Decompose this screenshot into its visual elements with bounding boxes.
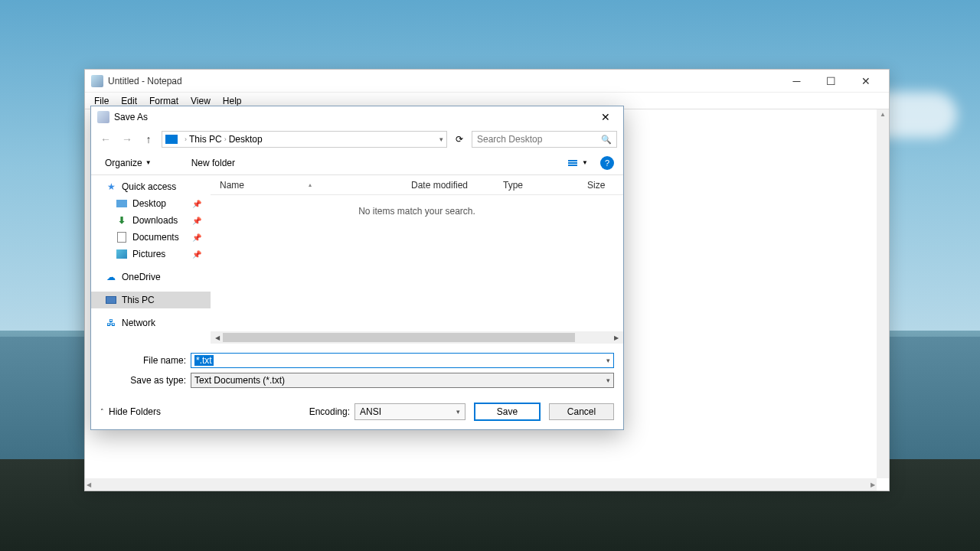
organize-label: Organize	[105, 158, 142, 168]
minimize-button[interactable]: ─	[779, 70, 814, 92]
scroll-right-icon: ▶	[611, 334, 622, 341]
notepad-titlebar[interactable]: Untitled - Notepad ─ ☐ ✕	[85, 70, 889, 93]
chevron-down-icon[interactable]: ▾	[606, 357, 610, 364]
encoding-select[interactable]: ANSI ▾	[354, 403, 466, 420]
tree-this-pc[interactable]: This PC	[91, 292, 211, 308]
save-button[interactable]: Save	[475, 403, 540, 420]
hide-folders-label: Hide Folders	[109, 406, 161, 417]
download-icon: ⬇	[116, 215, 128, 226]
breadcrumb-desktop[interactable]: Desktop	[229, 134, 263, 145]
breadcrumb[interactable]: › This PC › Desktop ▾	[162, 131, 447, 148]
column-label: Name	[220, 180, 244, 191]
tree-network[interactable]: 🖧 Network	[91, 315, 211, 331]
tree-label: Network	[122, 318, 155, 328]
pin-icon: 📌	[192, 200, 201, 208]
folder-icon	[116, 198, 128, 209]
chevron-up-icon: ˄	[100, 408, 104, 416]
save-label: Save	[497, 406, 518, 417]
cloud-icon: ☁	[105, 272, 117, 282]
tree-label: Pictures	[132, 249, 165, 259]
saveastype-label: Save as type:	[100, 375, 191, 386]
pin-icon: 📌	[192, 250, 201, 259]
scroll-right-icon: ▶	[871, 481, 875, 488]
column-label: Size	[587, 180, 605, 191]
pc-icon	[105, 295, 117, 305]
organize-button[interactable]: Organize ▼	[100, 155, 156, 171]
scroll-left-icon: ◀	[87, 481, 91, 488]
maximize-button[interactable]: ☐	[814, 70, 848, 92]
save-as-dialog: Save As ✕ ← → ↑ › This PC › Desktop ▾ ⟳ …	[90, 106, 624, 430]
tree-label: Documents	[132, 232, 179, 243]
tree-onedrive[interactable]: ☁ OneDrive	[91, 269, 211, 285]
dialog-titlebar[interactable]: Save As ✕	[91, 106, 623, 128]
filename-label: File name:	[100, 355, 191, 366]
filename-input[interactable]: *.txt ▾	[191, 353, 614, 368]
tree-label: OneDrive	[122, 272, 161, 282]
pin-icon: 📌	[192, 233, 201, 242]
search-icon[interactable]: 🔍	[601, 135, 612, 145]
column-type[interactable]: Type	[494, 180, 578, 191]
search-box[interactable]: 🔍	[472, 131, 617, 148]
tree-label: Desktop	[132, 198, 166, 209]
encoding-label: Encoding:	[309, 406, 350, 417]
tree-desktop[interactable]: Desktop 📌	[91, 195, 211, 212]
file-horizontal-scrollbar[interactable]: ◀ ▶	[211, 331, 623, 344]
tree-pictures[interactable]: Pictures 📌	[91, 246, 211, 262]
file-list-pane: Name ▴ Date modified Type Size No items …	[211, 175, 623, 344]
tree-documents[interactable]: Documents 📌	[91, 229, 211, 246]
column-name[interactable]: Name ▴	[211, 180, 402, 191]
navigation-row: ← → ↑ › This PC › Desktop ▾ ⟳ 🔍	[91, 128, 623, 151]
view-icon	[568, 160, 577, 166]
new-folder-label: New folder	[191, 158, 235, 168]
close-button[interactable]: ✕	[848, 70, 883, 92]
scroll-up-icon: ▲	[880, 111, 886, 118]
scrollbar-track[interactable]	[223, 333, 575, 342]
breadcrumb-thispc[interactable]: This PC	[189, 134, 222, 145]
saveastype-value: Text Documents (*.txt)	[194, 375, 285, 386]
chevron-down-icon[interactable]: ▾	[456, 408, 460, 416]
view-options-button[interactable]: ▼	[565, 158, 591, 168]
column-size[interactable]: Size	[578, 180, 616, 191]
dialog-icon	[97, 111, 109, 123]
sort-ascending-icon: ▴	[309, 181, 312, 188]
network-icon: 🖧	[105, 318, 117, 328]
chevron-right-icon: ›	[185, 135, 187, 143]
search-input[interactable]	[477, 134, 601, 145]
column-label: Date modified	[411, 180, 468, 191]
cancel-button[interactable]: Cancel	[549, 403, 614, 420]
pin-icon: 📌	[192, 217, 201, 225]
hide-folders-button[interactable]: ˄ Hide Folders	[100, 406, 161, 417]
forward-button[interactable]: →	[119, 131, 136, 148]
dialog-close-button[interactable]: ✕	[594, 108, 617, 126]
column-label: Type	[503, 180, 523, 191]
help-button[interactable]: ?	[600, 156, 614, 170]
new-folder-button[interactable]: New folder	[187, 155, 240, 171]
dialog-title: Save As	[114, 112, 594, 122]
chevron-down-icon[interactable]: ▾	[439, 135, 443, 143]
saveastype-select[interactable]: Text Documents (*.txt) ▾	[191, 373, 614, 388]
horizontal-scrollbar[interactable]: ◀ ▶	[85, 478, 877, 491]
vertical-scrollbar[interactable]: ▲	[877, 109, 889, 478]
chevron-down-icon[interactable]: ▾	[606, 377, 610, 384]
encoding-value: ANSI	[360, 406, 381, 417]
document-icon	[116, 232, 128, 243]
star-icon: ★	[105, 181, 117, 192]
back-button[interactable]: ←	[97, 131, 114, 148]
tree-label: This PC	[122, 295, 155, 305]
refresh-button[interactable]: ⟳	[452, 131, 467, 148]
tree-label: Downloads	[132, 215, 178, 226]
empty-message: No items match your search.	[211, 206, 623, 217]
notepad-title: Untitled - Notepad	[108, 76, 779, 86]
tree-downloads[interactable]: ⬇ Downloads 📌	[91, 212, 211, 229]
tree-quick-access[interactable]: ★ Quick access	[91, 178, 211, 195]
chevron-right-icon: ›	[224, 135, 227, 143]
toolbar-row: Organize ▼ New folder ▼ ?	[91, 151, 623, 175]
up-button[interactable]: ↑	[140, 131, 157, 148]
content-area: ★ Quick access Desktop 📌 ⬇ Downloads 📌 D…	[91, 175, 623, 344]
scroll-left-icon: ◀	[212, 334, 223, 341]
filename-value: *.txt	[194, 355, 214, 366]
pc-icon	[165, 135, 178, 144]
column-date[interactable]: Date modified	[402, 180, 494, 191]
form-area: File name: *.txt ▾ Save as type: Text Do…	[91, 344, 623, 396]
bottom-row: ˄ Hide Folders Encoding: ANSI ▾ Save Can…	[91, 396, 623, 429]
